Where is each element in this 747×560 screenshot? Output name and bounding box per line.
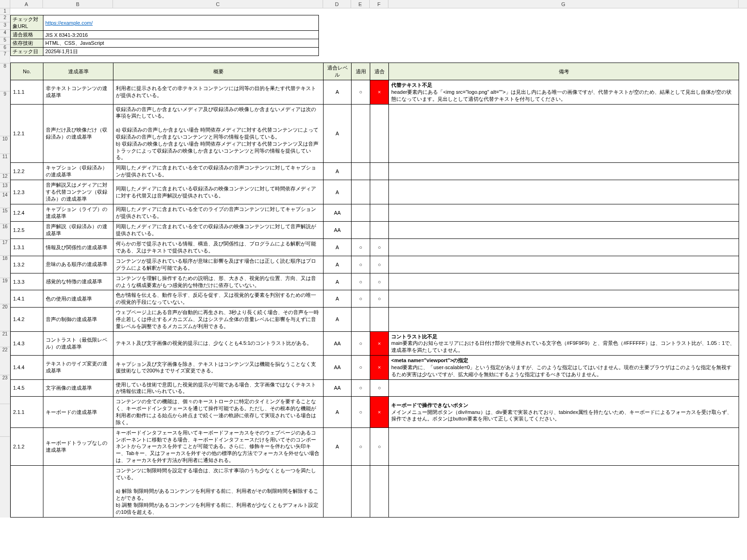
cell-no[interactable]: 1.3.3: [11, 273, 43, 290]
col-header-C[interactable]: C: [113, 0, 323, 8]
cell-conform[interactable]: ○: [370, 379, 389, 397]
cell-summary[interactable]: 同期したメディアに含まれている全ての収録済みの音声コンテンツに対してキャプション…: [113, 163, 324, 180]
row-num[interactable]: 22: [0, 347, 10, 375]
cell-summary[interactable]: 使用している技術で意図した視覚的提示が可能である場合、文字画像ではなくテキストが…: [113, 379, 324, 397]
cell-note[interactable]: [389, 465, 739, 517]
cell-applicable[interactable]: ○: [352, 80, 370, 105]
cell-applicable[interactable]: ○: [352, 379, 370, 397]
meta-url-link[interactable]: https://example.com/: [45, 20, 93, 26]
cell-criterion[interactable]: 色の使用の達成基準: [43, 290, 113, 308]
row-num[interactable]: 14: [0, 192, 10, 208]
row-num[interactable]: 13: [0, 183, 10, 192]
col-header-D[interactable]: D: [323, 0, 351, 8]
cell-note[interactable]: [389, 163, 739, 180]
cell-summary[interactable]: テキスト及び文字画像の視覚的提示には、少なくとも4.5:1のコントラスト比がある…: [113, 331, 324, 356]
cell-criterion[interactable]: テキストのサイズ変更の達成基準: [43, 356, 113, 380]
cell-level[interactable]: AA: [324, 204, 352, 222]
cell-level[interactable]: A: [324, 308, 352, 332]
cell-no[interactable]: 1.4.3: [11, 331, 43, 356]
cell-summary[interactable]: 同期したメディアに含まれている全てのライブの音声コンテンツに対してキャプションが…: [113, 204, 324, 222]
row-num[interactable]: 5: [0, 37, 10, 45]
meta-date-value[interactable]: 2025年1月1日: [43, 48, 319, 56]
cell-note[interactable]: [389, 180, 739, 204]
cell-level[interactable]: A: [324, 290, 352, 308]
cell-summary[interactable]: キャプション及び文字画像を除き、テキストはコンテンツ又は機能を損なうことなく支援…: [113, 356, 324, 380]
cell-note[interactable]: [389, 239, 739, 256]
cell-no[interactable]: 1.2.3: [11, 180, 43, 204]
cell-criterion[interactable]: 音声だけ及び映像だけ（収録済み）の達成基準: [43, 104, 113, 163]
cell-conform[interactable]: ○: [370, 273, 389, 290]
cell-summary[interactable]: 収録済みの音声しか含まないメディア及び収録済みの映像しか含まないメディアは次の事…: [113, 104, 324, 163]
cell-applicable[interactable]: [352, 308, 370, 332]
cell-applicable[interactable]: ○: [352, 427, 370, 465]
cell-summary[interactable]: ウェブページ上にある音声が自動的に再生され、3秒より長く続く場合、その音声を一時…: [113, 308, 324, 332]
cell-level[interactable]: [324, 465, 352, 517]
meta-url-value[interactable]: https://example.com/: [43, 15, 319, 31]
row-num[interactable]: 16: [0, 224, 10, 240]
cell-no[interactable]: 1.2.5: [11, 222, 43, 239]
cell-note[interactable]: コントラスト比不足main要素内のお知らせエリアにおける日付け部分で使用されてい…: [389, 331, 739, 356]
row-num[interactable]: 1: [0, 8, 10, 15]
cell-applicable[interactable]: ○: [352, 239, 370, 256]
cell-note[interactable]: [389, 104, 739, 163]
cell-criterion[interactable]: キャプション（収録済み）の達成基準: [43, 163, 113, 180]
cell-no[interactable]: 1.4.5: [11, 379, 43, 397]
row-num[interactable]: 7: [0, 51, 10, 63]
header-criterion[interactable]: 達成基準: [43, 63, 113, 80]
cell-conform[interactable]: ○: [370, 256, 389, 273]
row-num[interactable]: 10: [0, 136, 10, 154]
cell-criterion[interactable]: 非テキストコンテンツの達成基準: [43, 80, 113, 105]
row-num[interactable]: 15: [0, 208, 10, 224]
cell-criterion[interactable]: 音声解説又はメディアに対する代替コンテンツ（収録済み）の達成基準: [43, 180, 113, 204]
row-num[interactable]: 20: [0, 304, 10, 331]
cell-applicable[interactable]: ○: [352, 397, 370, 427]
row-num[interactable]: 19: [0, 278, 10, 304]
col-header-B[interactable]: B: [43, 0, 113, 8]
meta-url-label[interactable]: チェック対象URL: [11, 15, 43, 31]
cell-conform[interactable]: [370, 180, 389, 204]
cell-applicable[interactable]: [352, 104, 370, 163]
cell-no[interactable]: 2.1.1: [11, 397, 43, 427]
cell-no[interactable]: 1.3.2: [11, 256, 43, 273]
row-num[interactable]: 6: [0, 45, 10, 51]
cell-criterion[interactable]: 音声解説（収録済み）の達成基準: [43, 222, 113, 239]
cell-criterion[interactable]: 音声の制御の達成基準: [43, 308, 113, 332]
cell-conform[interactable]: [370, 104, 389, 163]
cell-criterion[interactable]: 情報及び関係性の達成基準: [43, 239, 113, 256]
cell-applicable[interactable]: ○: [352, 256, 370, 273]
cell-level[interactable]: A: [324, 104, 352, 163]
meta-tech-label[interactable]: 依存技術: [11, 39, 43, 48]
cell-criterion[interactable]: [43, 465, 113, 517]
cell-applicable[interactable]: [352, 180, 370, 204]
cell-conform-fail[interactable]: ×: [370, 331, 389, 356]
row-num[interactable]: 17: [0, 240, 10, 256]
cell-no[interactable]: 1.3.1: [11, 239, 43, 256]
cell-no[interactable]: [11, 465, 43, 517]
cell-level[interactable]: A: [324, 397, 352, 427]
cell-criterion[interactable]: キャプション（ライブ）の達成基準: [43, 204, 113, 222]
cell-level[interactable]: A: [324, 180, 352, 204]
cell-no[interactable]: 1.2.1: [11, 104, 43, 163]
cell-summary[interactable]: 何らかの形で提示されている情報、構造、及び関係性は、プログラムによる解釈が可能で…: [113, 239, 324, 256]
header-no[interactable]: No.: [11, 63, 43, 80]
header-summary[interactable]: 概要: [113, 63, 324, 80]
row-num[interactable]: 9: [0, 91, 10, 136]
cell-conform[interactable]: [370, 163, 389, 180]
cell-summary[interactable]: コンテンツが提示されている順序が意味に影響を及ぼす場合には正しく読む順序はプログ…: [113, 256, 324, 273]
cell-applicable[interactable]: [352, 163, 370, 180]
cell-note[interactable]: [389, 379, 739, 397]
row-num[interactable]: 3: [0, 22, 10, 30]
cell-note[interactable]: キーボードで操作できないボタンメインメニュー開閉ボタン（div#manu）は、d…: [389, 397, 739, 427]
cell-no[interactable]: 1.4.4: [11, 356, 43, 380]
cell-conform[interactable]: ○: [370, 427, 389, 465]
cell-no[interactable]: 2.1.2: [11, 427, 43, 465]
cell-level[interactable]: AA: [324, 222, 352, 239]
cell-no[interactable]: 1.1.1: [11, 80, 43, 105]
cell-no[interactable]: 1.4.1: [11, 290, 43, 308]
col-header-G[interactable]: G: [388, 0, 739, 8]
cell-summary[interactable]: 同期したメディアに含まれている全ての収録済みの映像コンテンツに対して音声解説が提…: [113, 222, 324, 239]
cell-conform[interactable]: [370, 222, 389, 239]
cell-criterion[interactable]: コントラスト（最低限レベル）の達成基準: [43, 331, 113, 356]
cell-applicable[interactable]: [352, 204, 370, 222]
cell-note[interactable]: [389, 204, 739, 222]
